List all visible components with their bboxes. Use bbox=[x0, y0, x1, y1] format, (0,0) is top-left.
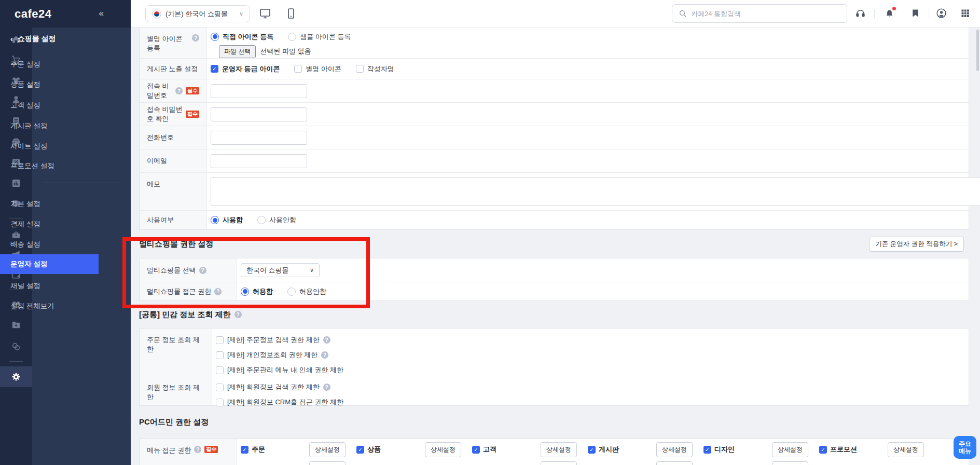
shop-selector-label: (기본) 한국어 쇼핑몰 bbox=[165, 9, 228, 19]
label-text: 메뉴 접근 권한 bbox=[147, 446, 191, 455]
label-text: 멀티쇼핑몰 선택 bbox=[147, 266, 196, 275]
folder-add-icon[interactable] bbox=[0, 318, 32, 332]
sidebar-item-board-settings[interactable]: 게시판 설정 bbox=[0, 117, 99, 135]
detail-settings-button[interactable]: 상세설정 bbox=[541, 461, 577, 465]
sidebar-item-channel-settings[interactable]: 채널 설정 bbox=[0, 277, 99, 295]
sidebar-item-product-settings[interactable]: 상품 설정 bbox=[0, 76, 99, 93]
sidebar-item-site-settings[interactable]: 사이트 설정 bbox=[0, 138, 99, 155]
password-input[interactable] bbox=[211, 84, 307, 98]
checkbox-order-search-limit[interactable]: [제한] 주문정보 검색 권한 제한? bbox=[216, 335, 330, 345]
sensitive-section-header: [공통] 민감 정보 조회 제한 ? bbox=[139, 301, 969, 328]
checkbox-nickname-icon[interactable]: 별명 아이콘 bbox=[294, 64, 341, 74]
shop-selector[interactable]: (기본) 한국어 쇼핑몰 ∨ bbox=[145, 5, 250, 22]
checkbox-checked[interactable] bbox=[472, 446, 480, 454]
detail-settings-button[interactable]: 상세설정 bbox=[656, 442, 693, 457]
pc-preview-icon[interactable] bbox=[259, 7, 271, 21]
link-icon[interactable] bbox=[0, 339, 32, 354]
multishop-section-title: 멀티쇼핑몰 권한 설정 bbox=[139, 239, 213, 249]
search-input[interactable] bbox=[691, 10, 840, 18]
statistics-chart-icon[interactable] bbox=[0, 176, 32, 190]
help-icon[interactable]: ? bbox=[321, 351, 328, 359]
radio-access-deny[interactable]: 허용안함 bbox=[287, 287, 326, 296]
email-input[interactable] bbox=[211, 154, 307, 168]
back-chevron-icon: ‹ bbox=[10, 35, 13, 43]
help-icon[interactable]: ? bbox=[194, 446, 201, 453]
checkbox-checked[interactable] bbox=[819, 446, 827, 454]
help-icon[interactable]: ? bbox=[323, 384, 330, 391]
sidebar-item-order-settings[interactable]: 주문 설정 bbox=[0, 56, 99, 73]
radio-use-off[interactable]: 사용안함 bbox=[257, 215, 296, 225]
help-icon[interactable]: ? bbox=[199, 267, 206, 274]
help-icon[interactable]: ? bbox=[192, 34, 199, 42]
detail-settings-button[interactable]: 상세설정 bbox=[541, 442, 577, 457]
detail-settings-button[interactable]: 상세설정 bbox=[309, 442, 346, 457]
sensitive-section-title: [공통] 민감 정보 조회 제한 ? bbox=[139, 310, 242, 320]
help-icon[interactable]: ? bbox=[214, 288, 222, 295]
settings-active-block[interactable] bbox=[0, 366, 32, 387]
radio-selected bbox=[241, 288, 249, 296]
radio-access-allow[interactable]: 허용함 bbox=[241, 287, 273, 296]
detail-settings-button[interactable]: 상세설정 bbox=[772, 442, 808, 457]
apply-existing-permission-button[interactable]: 기존 운영자 권한 적용하기 > bbox=[869, 237, 964, 252]
bookmark-icon[interactable] bbox=[910, 8, 921, 20]
checkbox-order-print-limit[interactable]: [제한] 주문관리 메뉴 내 인쇄 권한 제한 bbox=[216, 365, 343, 375]
main-menu-fab-button[interactable]: 주요메뉴 bbox=[954, 436, 976, 459]
password-confirm-input[interactable] bbox=[211, 107, 307, 121]
apps-grid-icon[interactable] bbox=[960, 8, 971, 20]
row-label: 별명 아이콘 등록 ? bbox=[140, 28, 207, 58]
phone-input[interactable] bbox=[211, 131, 307, 145]
detail-settings-button[interactable]: 상세설정 bbox=[888, 442, 924, 457]
menu-label: 게시판 bbox=[599, 445, 619, 454]
checkbox-checked[interactable] bbox=[588, 446, 596, 454]
sidebar-item-customer-settings[interactable]: 고객 설정 bbox=[0, 97, 99, 114]
checkbox-author-name[interactable]: 작성자명 bbox=[356, 64, 394, 74]
radio-use-on[interactable]: 사용함 bbox=[211, 215, 243, 225]
multishop-select-dropdown[interactable]: 한국어 쇼핑몰 ∨ bbox=[241, 263, 320, 277]
radio-sample-icon[interactable]: 샘플 아이콘 등록 bbox=[288, 32, 351, 42]
label-text: 주문 정보 조회 제한 bbox=[147, 335, 204, 354]
checkbox-personal-info-limit[interactable]: [제한] 개인정보조회 권한 제한? bbox=[216, 350, 328, 360]
help-icon[interactable]: ? bbox=[323, 336, 330, 344]
checkbox-label: 작성자명 bbox=[367, 64, 394, 74]
menu-label: 디자인 bbox=[714, 445, 735, 454]
mobile-preview-icon[interactable] bbox=[285, 7, 297, 21]
sidebar-item-operator-settings[interactable]: 운영자 설정 bbox=[0, 254, 99, 274]
sidebar-divider bbox=[43, 183, 120, 183]
sidebar-item-promotion-settings[interactable]: 프로모션 설정 bbox=[0, 157, 99, 175]
checkbox-checked[interactable] bbox=[241, 446, 249, 454]
detail-settings-button[interactable]: 상세설정 bbox=[772, 461, 808, 465]
detail-settings-button[interactable]: 상세설정 bbox=[656, 461, 693, 465]
scrollbar-thumb[interactable] bbox=[976, 30, 979, 71]
radio-direct-icon[interactable]: 직접 아이콘 등록 bbox=[211, 32, 273, 42]
checkbox-checked[interactable] bbox=[356, 446, 364, 454]
detail-settings-button[interactable]: 상세설정 bbox=[425, 442, 461, 457]
profile-avatar-icon[interactable] bbox=[936, 8, 947, 20]
support-headset-icon[interactable] bbox=[855, 8, 866, 20]
chevron-down-icon: ∨ bbox=[310, 267, 314, 273]
search-icon bbox=[679, 9, 687, 18]
header-divider bbox=[929, 9, 929, 18]
sidebar-collapse-icon[interactable]: « bbox=[99, 8, 104, 19]
file-select-button[interactable]: 파일 선택 bbox=[219, 45, 256, 58]
memo-textarea[interactable] bbox=[211, 177, 980, 206]
sidebar-item-shipping-settings[interactable]: 배송 설정 bbox=[0, 236, 99, 253]
checkbox-unchecked bbox=[216, 336, 224, 344]
checkbox-member-search-limit[interactable]: [제한] 회원정보 검색 권한 제한? bbox=[216, 382, 330, 392]
help-icon[interactable]: ? bbox=[175, 87, 183, 94]
help-icon[interactable]: ? bbox=[234, 311, 242, 318]
sidebar-section-title[interactable]: ‹ 쇼핑몰 설정 bbox=[10, 34, 56, 44]
checkbox-operator-grade-icon[interactable]: 운영자 등급 아이콘 bbox=[211, 64, 280, 74]
notifications-bell-icon[interactable] bbox=[884, 8, 895, 20]
label-text: 전화번호 bbox=[147, 133, 174, 142]
checkbox-member-crm-limit[interactable]: [제한] 회원정보 CRM홈 접근 권한 제한 bbox=[216, 398, 343, 407]
checkbox-checked[interactable] bbox=[703, 446, 711, 454]
sidebar-item-all-settings[interactable]: 설정 전체보기 bbox=[0, 297, 99, 315]
sidebar-item-basic-settings[interactable]: 기본 설정 bbox=[0, 195, 99, 213]
form-row-password: 접속 비밀번호 ? 필수 bbox=[140, 79, 969, 102]
sidebar-item-payment-settings[interactable]: 결제 설정 bbox=[0, 215, 99, 233]
form-row-multishop-select: 멀티쇼핑몰 선택 ? 한국어 쇼핑몰 ∨ bbox=[140, 258, 969, 282]
checkbox-label: 별명 아이콘 bbox=[306, 64, 341, 74]
settings-gear-icon bbox=[0, 370, 32, 384]
sidebar: cafe24 « x ‹ 쇼핑몰 설정 주문 설정 상품 설정 고객 설정 bbox=[0, 0, 131, 465]
detail-settings-button[interactable]: 상세설정 bbox=[309, 461, 346, 465]
